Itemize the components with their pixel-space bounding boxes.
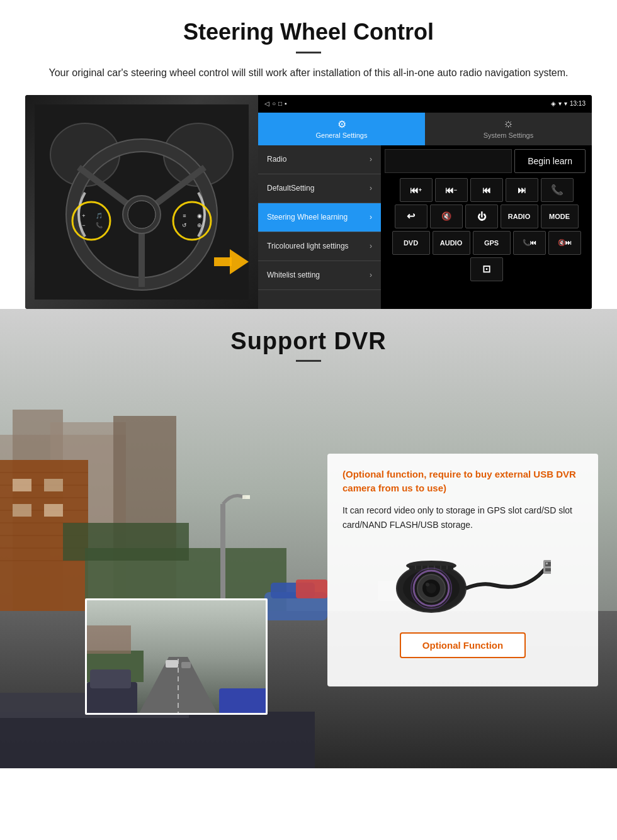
menu-item-steering-learning[interactable]: Steering Wheel learning › bbox=[258, 203, 381, 232]
hangup-btn[interactable]: ↩ bbox=[395, 204, 427, 228]
svg-rect-77 bbox=[181, 662, 191, 668]
svg-rect-21 bbox=[214, 257, 232, 266]
svg-text:🎵: 🎵 bbox=[96, 212, 103, 220]
optional-function-button[interactable]: Optional Function bbox=[400, 632, 526, 658]
steering-wheel-svg: + 🎵 − 📞 ≡ ◉ ↺ ⊕ bbox=[35, 104, 249, 300]
svg-rect-49 bbox=[296, 580, 327, 598]
menu-whitelist-chevron: › bbox=[370, 271, 372, 279]
svg-rect-73 bbox=[545, 568, 551, 571]
tab-system-settings[interactable]: ⛭ System Settings bbox=[425, 113, 592, 145]
svg-text:↺: ↺ bbox=[182, 222, 187, 228]
time-display: 13:13 bbox=[570, 100, 586, 107]
location-icon: ◈ bbox=[551, 100, 556, 107]
menu-tricoloured-chevron: › bbox=[370, 242, 372, 250]
title-divider bbox=[296, 52, 321, 53]
menu-default-chevron: › bbox=[370, 184, 372, 193]
vol-up-btn[interactable]: ⏮+ bbox=[400, 178, 433, 202]
steering-photo: + 🎵 − 📞 ≡ ◉ ↺ ⊕ bbox=[25, 95, 258, 309]
camera-svg bbox=[375, 544, 551, 620]
svg-rect-81 bbox=[90, 669, 131, 688]
mode-btn[interactable]: MODE bbox=[541, 204, 579, 228]
page-title: Steering Wheel Control bbox=[25, 19, 592, 45]
svg-rect-36 bbox=[13, 479, 31, 491]
power-btn[interactable]: ⏻ bbox=[465, 204, 498, 228]
menu-radio-chevron: › bbox=[370, 155, 372, 164]
control-row-4: ⊡ bbox=[385, 257, 588, 281]
svg-text:−: − bbox=[82, 222, 85, 228]
steering-section: Steering Wheel Control Your original car… bbox=[0, 0, 617, 309]
settings-menu-list: Radio › DefaultSetting › Steering Wheel … bbox=[258, 145, 381, 309]
call-btn[interactable]: 📞 bbox=[541, 178, 574, 202]
mute-next-btn[interactable]: 🔇⏭ bbox=[548, 231, 581, 255]
menu-item-default-setting[interactable]: DefaultSetting › bbox=[258, 174, 381, 203]
vol-down-btn[interactable]: ⏮− bbox=[435, 178, 468, 202]
dvr-title: Support DVR bbox=[0, 328, 617, 355]
dvr-camera-illustration bbox=[342, 544, 583, 620]
screenshot-container: + 🎵 − 📞 ≡ ◉ ↺ ⊕ ◁ ○ □ bbox=[25, 95, 592, 309]
begin-learn-row: Begin learn bbox=[385, 149, 588, 173]
control-row-3: DVD AUDIO GPS 📞⏮ 🔇⏭ bbox=[385, 231, 588, 255]
svg-rect-82 bbox=[219, 688, 268, 715]
svg-rect-44 bbox=[63, 523, 189, 561]
tab-general-label: General Settings bbox=[316, 132, 368, 139]
menu-item-radio[interactable]: Radio › bbox=[258, 145, 381, 174]
android-statusbar: ◁ ○ □ ▪ ◈ ▾ ▾ 13:13 bbox=[258, 95, 592, 113]
begin-learn-button[interactable]: Begin learn bbox=[514, 149, 586, 173]
audio-btn[interactable]: AUDIO bbox=[433, 231, 470, 255]
prev-btn[interactable]: ⏮ bbox=[470, 178, 503, 202]
menu-item-whitelist[interactable]: Whitelist setting › bbox=[258, 261, 381, 290]
svg-rect-38 bbox=[13, 504, 31, 517]
svg-text:⊕: ⊕ bbox=[197, 222, 202, 228]
tab-general-settings[interactable]: ⚙ General Settings bbox=[258, 113, 425, 145]
dvr-title-divider bbox=[296, 360, 321, 362]
svg-rect-39 bbox=[44, 504, 63, 517]
svg-point-60 bbox=[426, 583, 429, 586]
statusbar-nav-icons: ◁ ○ □ ▪ bbox=[264, 100, 287, 107]
dvr-title-area: Support DVR bbox=[0, 309, 617, 368]
gps-btn[interactable]: GPS bbox=[473, 231, 511, 255]
android-tabs: ⚙ General Settings ⛭ System Settings bbox=[258, 113, 592, 145]
dvd-btn[interactable]: DVD bbox=[392, 231, 430, 255]
menu-default-label: DefaultSetting bbox=[267, 184, 314, 193]
call-prev-btn[interactable]: 📞⏮ bbox=[513, 231, 546, 255]
menu-whitelist-label: Whitelist setting bbox=[267, 271, 320, 279]
settings-gear-icon: ⚙ bbox=[337, 118, 346, 130]
statusbar-status-icons: ◈ ▾ ▾ 13:13 bbox=[551, 100, 586, 107]
svg-text:📞: 📞 bbox=[96, 221, 103, 229]
radio-btn[interactable]: RADIO bbox=[501, 204, 538, 228]
svg-text:≡: ≡ bbox=[183, 213, 186, 219]
svg-rect-79 bbox=[87, 625, 131, 654]
svg-rect-76 bbox=[166, 660, 178, 668]
svg-rect-74 bbox=[546, 563, 548, 564]
thumbnail-svg bbox=[87, 600, 268, 715]
next-btn[interactable]: ⏭ bbox=[506, 178, 538, 202]
menu-item-tricoloured[interactable]: Tricoloured light settings › bbox=[258, 232, 381, 261]
android-content: Radio › DefaultSetting › Steering Wheel … bbox=[258, 145, 592, 309]
menu-radio-label: Radio bbox=[267, 155, 286, 164]
menu-steering-label: Steering Wheel learning bbox=[267, 213, 348, 221]
control-row-1: ⏮+ ⏮− ⏮ ⏭ 📞 bbox=[385, 178, 588, 202]
dvr-description-text: It can record video only to storage in G… bbox=[342, 503, 583, 534]
svg-text:◉: ◉ bbox=[197, 213, 202, 219]
home-icon: ○ bbox=[272, 100, 276, 107]
subtitle-text: Your original car's steering wheel contr… bbox=[38, 65, 579, 81]
dvr-optional-text: (Optional function, require to buy exter… bbox=[342, 468, 583, 496]
menu-steering-chevron: › bbox=[370, 213, 372, 221]
mute-btn[interactable]: 🔇 bbox=[430, 204, 463, 228]
system-icon: ⛭ bbox=[504, 119, 514, 130]
svg-point-9 bbox=[128, 201, 156, 228]
control-row-2: ↩ 🔇 ⏻ RADIO MODE bbox=[385, 204, 588, 228]
empty-space bbox=[385, 149, 512, 173]
wifi-icon: ▾ bbox=[564, 100, 567, 107]
media-btn[interactable]: ⊡ bbox=[470, 257, 503, 281]
back-icon: ◁ bbox=[264, 100, 269, 107]
svg-rect-37 bbox=[44, 479, 63, 491]
dvr-road-thumbnail bbox=[85, 598, 268, 715]
tab-system-label: System Settings bbox=[484, 132, 533, 139]
android-ui: ◁ ○ □ ▪ ◈ ▾ ▾ 13:13 ⚙ General Settings bbox=[258, 95, 592, 309]
recents-icon: □ bbox=[278, 100, 282, 107]
signal-icon: ▾ bbox=[558, 100, 562, 107]
steering-control-panel: Begin learn ⏮+ ⏮− ⏮ ⏭ 📞 ↩ 🔇 ⏻ bbox=[381, 145, 592, 309]
menu-tricoloured-label: Tricoloured light settings bbox=[267, 242, 349, 250]
svg-rect-53 bbox=[0, 712, 315, 768]
